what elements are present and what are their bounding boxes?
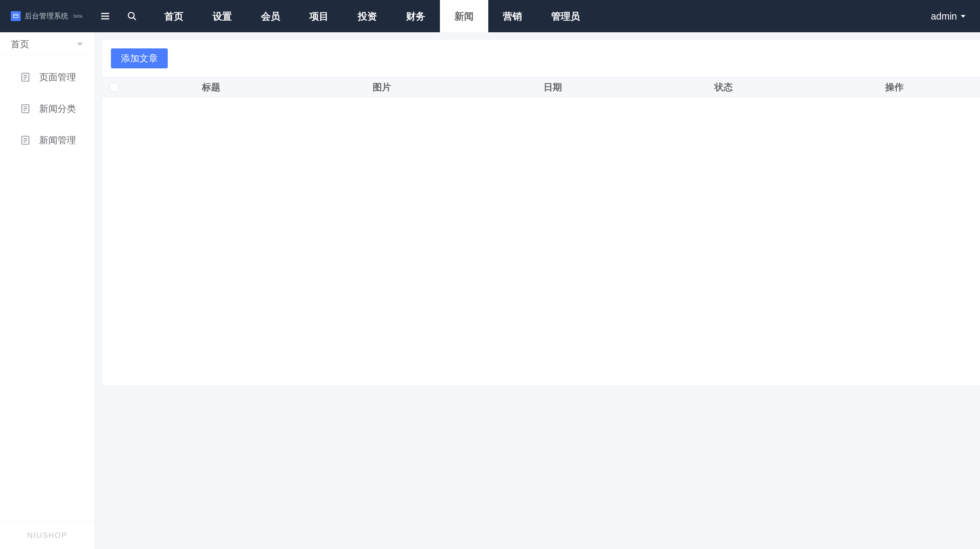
th-checkbox: [102, 83, 126, 91]
nav-tab-projects[interactable]: 项目: [295, 0, 343, 32]
chevron-down-icon: [961, 15, 965, 18]
sidebar-title-label: 首页: [11, 38, 29, 50]
user-menu[interactable]: admin: [931, 11, 980, 22]
main-content: 添加文章 标题 图片 日期 状态 操作: [95, 32, 980, 549]
sidebar-item-news-manage[interactable]: 新闻管理: [0, 124, 94, 156]
th-image: 图片: [296, 81, 467, 93]
nav-tab-settings[interactable]: 设置: [198, 0, 246, 32]
document-icon: [20, 103, 31, 114]
nav-tab-members[interactable]: 会员: [246, 0, 295, 32]
nav-tabs: 首页 设置 会员 项目 投资 财务 新闻 营销 管理员: [150, 0, 595, 32]
user-label: admin: [931, 11, 957, 22]
logo-text: 后台管理系统: [25, 11, 68, 21]
hamburger-icon[interactable]: [100, 11, 111, 22]
logo-beta: beta: [73, 13, 82, 19]
add-article-button[interactable]: 添加文章: [111, 48, 168, 68]
select-all-checkbox[interactable]: [110, 83, 118, 91]
sidebar-footer: NIUSHOP: [0, 521, 94, 549]
article-table: 标题 图片 日期 状态 操作: [102, 77, 980, 98]
table-header-row: 标题 图片 日期 状态 操作: [102, 77, 980, 98]
sidebar-title[interactable]: 首页: [0, 32, 94, 56]
sidebar-item-label: 新闻分类: [39, 103, 76, 115]
sidebar-items: 页面管理 新闻分类 新闻管理: [0, 56, 94, 161]
sidebar-item-news-category[interactable]: 新闻分类: [0, 93, 94, 124]
document-icon: [20, 135, 31, 146]
svg-line-5: [133, 17, 136, 20]
caret-down-icon: [77, 43, 83, 46]
sidebar-item-label: 页面管理: [39, 71, 76, 83]
sidebar: 首页 页面管理 新闻分类 新闻管理 NIU: [0, 32, 95, 549]
nav-tab-finance[interactable]: 财务: [392, 0, 440, 32]
th-action: 操作: [809, 81, 980, 93]
th-title: 标题: [126, 81, 296, 93]
nav-tab-admin[interactable]: 管理员: [537, 0, 595, 32]
nav-tab-home[interactable]: 首页: [150, 0, 198, 32]
header-tools: [95, 11, 142, 22]
svg-point-4: [128, 12, 134, 18]
sidebar-item-label: 新闻管理: [39, 134, 76, 146]
th-date: 日期: [467, 81, 638, 93]
logo-area: 后台管理系统 beta: [0, 11, 95, 21]
th-status: 状态: [638, 81, 809, 93]
document-icon: [20, 72, 31, 83]
nav-tab-news[interactable]: 新闻: [440, 0, 488, 32]
sidebar-item-page-manage[interactable]: 页面管理: [0, 61, 94, 93]
nav-tab-invest[interactable]: 投资: [343, 0, 392, 32]
search-icon[interactable]: [127, 11, 137, 22]
app-header: 后台管理系统 beta 首页 设置 会员 项目 投资 财务 新闻 营销 管理员 …: [0, 0, 980, 32]
nav-tab-marketing[interactable]: 营销: [488, 0, 537, 32]
svg-rect-0: [13, 14, 18, 18]
content-card: 添加文章 标题 图片 日期 状态 操作: [102, 40, 980, 385]
logo-icon: [11, 11, 21, 21]
